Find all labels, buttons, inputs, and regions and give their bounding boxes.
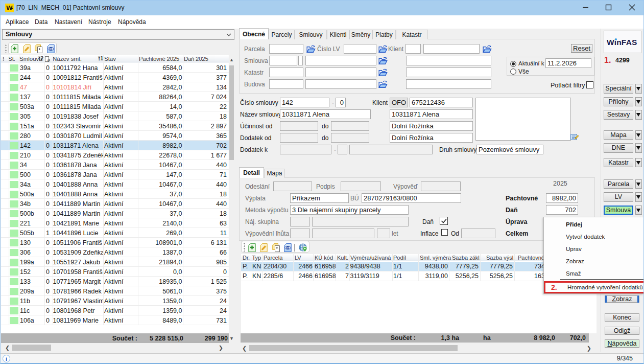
svg-text:a: a: [47, 57, 50, 62]
